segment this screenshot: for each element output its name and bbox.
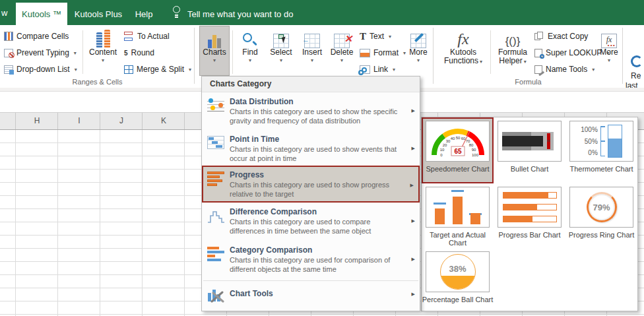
name-tools-icon [534, 65, 542, 74]
format-icon [360, 49, 370, 57]
tell-me-box[interactable]: Tell me what you want to do [187, 3, 293, 25]
menu-item-category-comparison[interactable]: Category Comparison Charts in this categ… [202, 241, 420, 278]
menu-item-chart-tools[interactable]: Chart Tools ▶ [202, 281, 420, 306]
round-button[interactable]: 5 Round [124, 46, 154, 60]
gauge-value: 65 [454, 148, 462, 155]
svg-text:0: 0 [440, 153, 443, 157]
tile-label: Bullet Chart [511, 165, 548, 173]
tile-percentage-ball-chart[interactable]: 38% Percentage Ball Chart [422, 248, 494, 311]
progress-bar-thumbnail [498, 187, 562, 228]
charts-button[interactable]: Charts ▾ [200, 26, 229, 75]
to-actual-button[interactable]: To Actual [124, 29, 170, 44]
more-pencil-icon [410, 34, 426, 48]
category-comparison-icon [207, 247, 224, 261]
tab-view-partial[interactable]: w [1, 8, 7, 18]
tile-target-actual-chart[interactable]: Target and Actual Chart [422, 183, 494, 248]
content-button[interactable]: Content ▾ [86, 26, 120, 75]
submenu-arrow-icon: ▶ [412, 257, 415, 262]
target-actual-thumbnail [426, 187, 490, 228]
charts-icon [208, 28, 221, 48]
group-ranges-cells: Compare Cells Prevent Typing▾ Drop-down … [0, 25, 195, 88]
tile-label: Progress Ring Chart [569, 231, 635, 239]
dropdown-list-button[interactable]: Drop-down List▾ [4, 62, 77, 77]
tab-help[interactable]: Help [129, 3, 158, 25]
text-button[interactable]: T Text▾ [360, 29, 391, 44]
chart-tools-icon [207, 287, 224, 303]
exact-copy-icon [534, 32, 544, 41]
to-actual-icon [124, 32, 134, 41]
column-header-k: K [143, 116, 185, 125]
svg-text:90: 90 [471, 148, 476, 152]
svg-text:50: 50 [455, 136, 460, 140]
fx-icon: fx [457, 30, 468, 48]
tile-label: Speedometer Chart [426, 165, 490, 173]
more-formula-button[interactable]: fx••• More ▾ [597, 26, 621, 75]
tile-label: Percentage Ball Chart [422, 296, 494, 303]
svg-text:20: 20 [442, 143, 447, 147]
tab-kutools-plus[interactable]: Kutools Plus [70, 3, 127, 25]
text-icon: T [360, 31, 366, 42]
tab-kutools[interactable]: Kutools ™ [16, 3, 67, 25]
menu-item-point-in-time[interactable]: Point in Time Charts in this category ar… [202, 130, 420, 166]
find-icon [242, 32, 258, 48]
svg-text:10: 10 [439, 148, 444, 152]
exact-copy-button[interactable]: Exact Copy [534, 29, 588, 44]
merge-split-button[interactable]: Merge & Split▾ [124, 62, 191, 77]
find-button[interactable]: Find ▾ [236, 26, 265, 75]
difference-comparison-icon [207, 210, 225, 223]
compare-cells-button[interactable]: Compare Cells [4, 29, 69, 44]
content-icon [96, 28, 110, 48]
submenu-arrow-icon: ▶ [412, 292, 415, 297]
lightbulb-icon [172, 6, 182, 19]
svg-text:80: 80 [468, 143, 473, 147]
ball-value: 38% [441, 264, 475, 274]
tile-progress-bar-chart[interactable]: Progress Bar Chart [494, 183, 565, 248]
ribbon-tab-bar: w Kutools ™ Kutools Plus Help Tell me wh… [0, 0, 644, 25]
round-icon: 5 [124, 49, 128, 57]
delete-button[interactable]: ✕ Delete ▾ [327, 26, 357, 75]
column-header-i: I [58, 116, 100, 125]
super-lookup-icon [534, 49, 542, 57]
menu-item-progress[interactable]: Progress Charts in this category are use… [202, 166, 420, 203]
column-header-j: J [100, 116, 143, 125]
speedometer-thumbnail: 0 10 20 30 40 50 60 70 80 90 100 65 [426, 121, 490, 162]
column-header-h: H [16, 116, 58, 125]
tile-progress-ring-chart[interactable]: 79% Progress Ring Chart [565, 183, 637, 248]
tile-thermometer-chart[interactable]: 100% 50% 0% Thermometer Chart [565, 117, 637, 183]
rerun-icon [631, 55, 643, 67]
merge-split-icon [124, 65, 133, 74]
tile-speedometer-chart[interactable]: 0 10 20 30 40 50 60 70 80 90 100 65 Spee… [422, 117, 494, 183]
menu-header: Charts Category [202, 77, 420, 92]
braces-icon: {()} [505, 35, 521, 48]
more-button[interactable]: More ▾ [404, 26, 432, 75]
select-icon [273, 34, 289, 48]
submenu-arrow-icon: ▶ [410, 183, 414, 188]
prevent-typing-button[interactable]: Prevent Typing▾ [4, 46, 77, 60]
link-icon [360, 65, 370, 74]
select-button[interactable]: Select ▾ [266, 26, 296, 75]
link-button[interactable]: Link▾ [360, 62, 395, 77]
compare-cells-icon [4, 32, 13, 41]
insert-button[interactable]: ← Insert ▾ [298, 26, 327, 75]
insert-icon: ← [304, 34, 320, 48]
svg-text:40: 40 [450, 137, 455, 141]
point-in-time-icon [207, 136, 224, 149]
name-tools-button[interactable]: Name Tools▾ [534, 62, 595, 77]
menu-item-difference-comparison[interactable]: Difference Comparison Charts in this cat… [202, 203, 420, 241]
charts-category-menu: Charts Category Data Distribution Charts… [201, 76, 420, 311]
progress-ring-thumbnail: 79% [569, 187, 633, 228]
group-label-formula: Formula [434, 78, 623, 86]
format-button[interactable]: Format▾ [360, 46, 406, 60]
tile-label: Progress Bar Chart [498, 231, 560, 239]
tile-bullet-chart[interactable]: Bullet Chart [494, 117, 565, 183]
menu-item-data-distribution[interactable]: Data Distribution Charts in this categor… [202, 92, 420, 130]
percentage-ball-thumbnail: 38% [426, 251, 490, 292]
drop-down-list-icon [4, 65, 13, 74]
submenu-arrow-icon: ▶ [412, 146, 415, 151]
submenu-arrow-icon: ▶ [412, 108, 415, 113]
formula-helper-button[interactable]: {()} Formula Helper▾ [494, 26, 532, 75]
svg-text:100: 100 [471, 153, 478, 157]
kutools-functions-button[interactable]: fx Kutools Functions▾ [439, 26, 488, 75]
tile-label: Thermometer Chart [570, 165, 633, 173]
ring-value: 79% [593, 203, 610, 212]
